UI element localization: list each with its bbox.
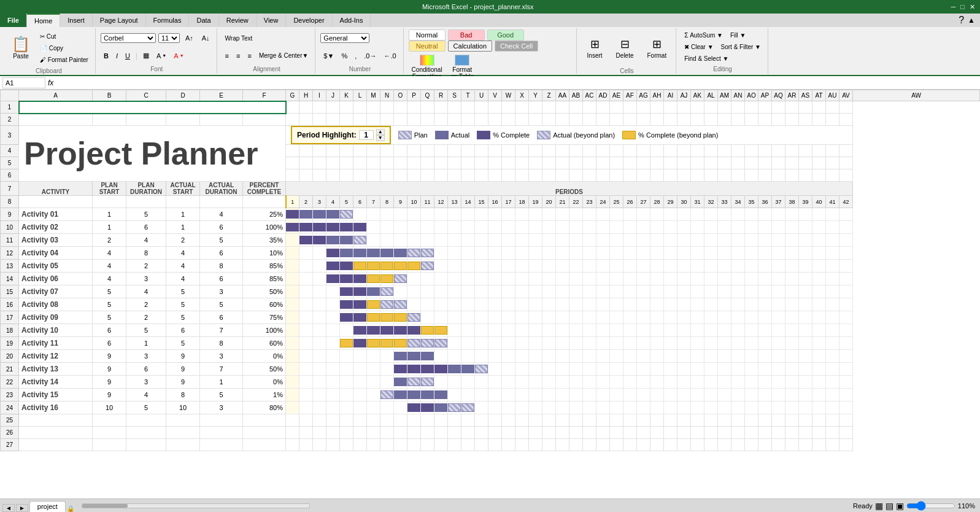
border-btn[interactable]: ▦ <box>140 50 152 61</box>
maximize-btn[interactable]: □ <box>960 3 965 11</box>
gantt-r1-p16[interactable] <box>488 101 502 114</box>
gantt-15-p14[interactable] <box>461 401 475 414</box>
gantt-10-p12[interactable] <box>434 337 448 350</box>
gantt-10-p18[interactable] <box>515 337 529 350</box>
gantt-10-p17[interactable] <box>502 337 515 350</box>
gantt-7-p33[interactable] <box>718 298 731 311</box>
gantt-1-p39[interactable] <box>799 221 812 234</box>
minimize-btn[interactable]: ─ <box>951 3 956 11</box>
gantt-8-p1[interactable] <box>286 311 299 324</box>
gantt-0-p16[interactable] <box>488 208 502 221</box>
gantt-8-p13[interactable] <box>448 311 461 324</box>
gantt-1-p2[interactable] <box>299 221 313 234</box>
gantt-15-p29[interactable] <box>664 401 677 414</box>
act-10-pct[interactable]: 60% <box>243 337 286 350</box>
gantt-1-p18[interactable] <box>515 221 529 234</box>
gantt-10-p41[interactable] <box>826 337 839 350</box>
gantt-3-p9[interactable] <box>394 247 407 260</box>
act-13-pct[interactable]: 0% <box>243 376 286 389</box>
gantt-11-p32[interactable] <box>704 350 718 363</box>
gantt-6-p30[interactable] <box>677 285 691 298</box>
gantt-0-p8[interactable] <box>380 208 394 221</box>
gantt-4-p20[interactable] <box>542 260 556 273</box>
col-U[interactable]: U <box>475 90 488 101</box>
gantt-5-p13[interactable] <box>448 273 461 285</box>
gantt-6-p9[interactable] <box>394 285 407 298</box>
gantt-5-p17[interactable] <box>502 273 515 285</box>
gantt-6-p32[interactable] <box>704 285 718 298</box>
gantt-r1-p34[interactable] <box>731 101 745 114</box>
act-15-pct[interactable]: 80% <box>243 401 286 414</box>
activity-name-15[interactable]: Activity 16 <box>19 401 93 414</box>
act-14-val-3[interactable]: 5 <box>200 389 243 401</box>
gantt-5-p3[interactable] <box>313 273 326 285</box>
gantt-6-p34[interactable] <box>731 285 745 298</box>
gantt-11-p18[interactable] <box>515 350 529 363</box>
act-10-val-1[interactable]: 1 <box>126 337 166 350</box>
gantt-5-p41[interactable] <box>826 273 839 285</box>
act-14-val-2[interactable]: 8 <box>166 389 200 401</box>
gantt-3-p38[interactable] <box>785 247 799 260</box>
gantt-8-p34[interactable] <box>731 311 745 324</box>
gantt-15-p25[interactable] <box>610 401 623 414</box>
gantt-3-p25[interactable] <box>610 247 623 260</box>
gantt-4-p10[interactable] <box>407 260 421 273</box>
gantt-11-p41[interactable] <box>826 350 839 363</box>
gantt-6-p1[interactable] <box>286 285 299 298</box>
gantt-1-p23[interactable] <box>583 221 596 234</box>
gantt-5-p10[interactable] <box>407 273 421 285</box>
gantt-0-p34[interactable] <box>731 208 745 221</box>
gantt-10-p14[interactable] <box>461 337 475 350</box>
activity-name-14[interactable]: Activity 15 <box>19 389 93 401</box>
act-3-val-1[interactable]: 8 <box>126 247 166 260</box>
gantt-9-p42[interactable] <box>839 324 853 337</box>
gantt-7-p9[interactable] <box>394 298 407 311</box>
gantt-11-p28[interactable] <box>650 350 664 363</box>
gantt-14-p28[interactable] <box>650 389 664 401</box>
gantt-4-p31[interactable] <box>691 260 704 273</box>
col-AQ[interactable]: AQ <box>772 90 785 101</box>
gantt-8-p2[interactable] <box>299 311 313 324</box>
gantt-11-p22[interactable] <box>569 350 583 363</box>
gantt-3-p33[interactable] <box>718 247 731 260</box>
gantt-7-p14[interactable] <box>461 298 475 311</box>
activity-name-0[interactable]: Activity 01 <box>19 208 93 221</box>
gantt-11-p26[interactable] <box>623 350 637 363</box>
act-7-val-0[interactable]: 5 <box>93 298 126 311</box>
gantt-11-p20[interactable] <box>542 350 556 363</box>
col-W[interactable]: W <box>502 90 515 101</box>
gantt-8-p19[interactable] <box>529 311 542 324</box>
gantt-9-p5[interactable] <box>340 324 353 337</box>
gantt-0-p11[interactable] <box>421 208 434 221</box>
act-2-val-2[interactable]: 2 <box>166 234 200 247</box>
delete-button[interactable]: ⊟ Delete <box>611 29 639 66</box>
act-8-pct[interactable]: 75% <box>243 311 286 324</box>
gantt-0-p19[interactable] <box>529 208 542 221</box>
gantt-13-p18[interactable] <box>515 376 529 389</box>
gantt-2-p40[interactable] <box>812 234 826 247</box>
gantt-1-p7[interactable] <box>367 221 380 234</box>
gantt-13-p4[interactable] <box>326 376 340 389</box>
col-R[interactable]: R <box>434 90 448 101</box>
gantt-3-p11[interactable] <box>421 247 434 260</box>
gantt-r1-p14[interactable] <box>461 101 475 114</box>
gantt-4-p16[interactable] <box>488 260 502 273</box>
gantt-r1-p31[interactable] <box>691 101 704 114</box>
gantt-14-p20[interactable] <box>542 389 556 401</box>
gantt-6-p8[interactable] <box>380 285 394 298</box>
col-M[interactable]: M <box>367 90 380 101</box>
act-5-val-0[interactable]: 4 <box>93 273 126 285</box>
gantt-3-p34[interactable] <box>731 247 745 260</box>
gantt-3-p5[interactable] <box>340 247 353 260</box>
gantt-5-p23[interactable] <box>583 273 596 285</box>
gantt-1-p38[interactable] <box>785 221 799 234</box>
gantt-12-p20[interactable] <box>542 363 556 376</box>
act-12-val-1[interactable]: 6 <box>126 363 166 376</box>
col-Q[interactable]: Q <box>421 90 434 101</box>
gantt-7-p4[interactable] <box>326 298 340 311</box>
act-0-val-3[interactable]: 4 <box>200 208 243 221</box>
gantt-r1-p30[interactable] <box>677 101 691 114</box>
gantt-5-p8[interactable] <box>380 273 394 285</box>
col-AB[interactable]: AB <box>569 90 583 101</box>
gantt-14-p36[interactable] <box>758 389 772 401</box>
